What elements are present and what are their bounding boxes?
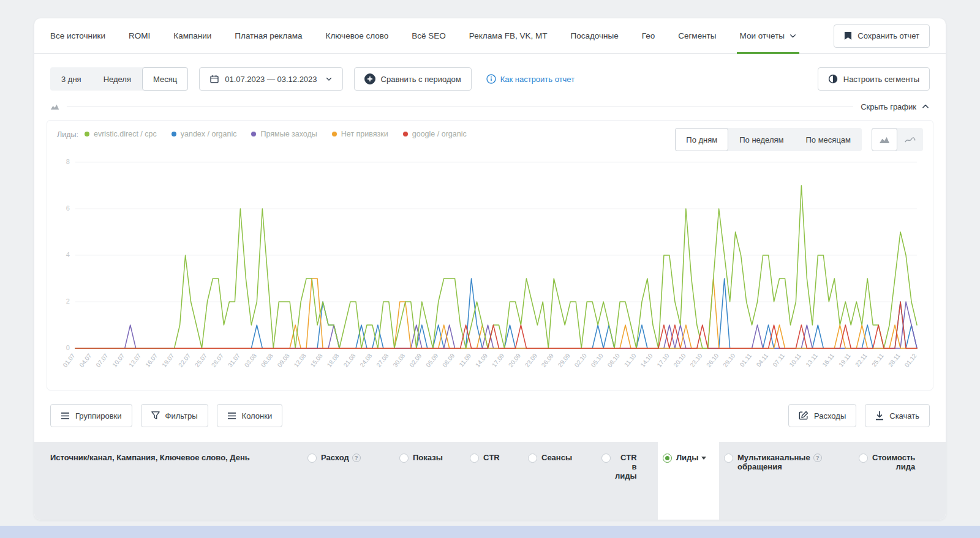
column-radio[interactable]	[663, 454, 672, 463]
groupings-label: Группировки	[75, 411, 122, 420]
leads-chart-svg: 0246801.0704.0707.0710.0713.0716.0719.07…	[57, 154, 923, 386]
area-chart-type-button[interactable]	[872, 128, 897, 151]
info-icon	[486, 74, 496, 84]
date-range-label: 01.07.2023 — 03.12.2023	[225, 75, 317, 84]
table-column-header[interactable]: Лиды	[658, 442, 719, 520]
legend-label: Нет привязки	[341, 130, 388, 138]
svg-text:10.11: 10.11	[788, 352, 802, 368]
hide-chart-link[interactable]: Скрыть график	[861, 102, 930, 111]
period-option[interactable]: Месяц	[142, 67, 188, 91]
table-column-header[interactable]: CTRвлиды	[597, 442, 658, 520]
segments-button[interactable]: Настроить сегменты	[818, 67, 930, 91]
compare-period-button[interactable]: Сравнить с периодом	[354, 67, 472, 91]
tab-label: Сегменты	[678, 31, 716, 40]
svg-text:17.09: 17.09	[491, 352, 505, 368]
table-column-header[interactable]: Мультиканальные ?обращения	[719, 442, 854, 520]
area-chart-icon	[879, 136, 890, 144]
granularity-option[interactable]: По месяцам	[794, 128, 862, 151]
info-icon: ?	[813, 454, 822, 462]
svg-text:29.10: 29.10	[722, 352, 736, 368]
table-column-header[interactable]: Расход ?	[303, 442, 394, 520]
table-column-header[interactable]: CTR	[465, 442, 523, 520]
download-icon	[875, 411, 884, 420]
chevron-down-icon	[325, 75, 333, 83]
nav-tab-3[interactable]: Платная реклама	[235, 18, 302, 53]
svg-text:26.10: 26.10	[705, 352, 720, 368]
legend-title: Лиды:	[57, 130, 78, 139]
funnel-icon	[151, 411, 160, 420]
nav-tab-10[interactable]: Мои отчеты	[739, 18, 797, 53]
svg-text:6: 6	[66, 204, 70, 212]
help-link[interactable]: Как настроить отчет	[486, 74, 575, 84]
nav-tab-8[interactable]: Гео	[642, 18, 655, 53]
nav-tab-5[interactable]: Всё SEO	[412, 18, 446, 53]
svg-text:19.11: 19.11	[837, 352, 852, 368]
groupings-button[interactable]: Группировки	[50, 404, 132, 427]
svg-text:02.10: 02.10	[573, 352, 588, 368]
expenses-button[interactable]: Расходы	[788, 404, 856, 427]
column-label: Лиды	[676, 453, 706, 462]
chevron-down-icon	[789, 32, 797, 40]
column-radio[interactable]	[528, 454, 537, 463]
compare-period-label: Сравнить с периодом	[381, 75, 461, 84]
list-icon	[61, 412, 70, 420]
column-radio[interactable]	[724, 454, 733, 463]
svg-text:01.11: 01.11	[739, 352, 753, 368]
nav-tab-7[interactable]: Посадочные	[570, 18, 618, 53]
table-column-header[interactable]: Стоимостьлида	[854, 442, 946, 520]
svg-text:4: 4	[66, 251, 70, 258]
svg-text:25.07: 25.07	[194, 352, 208, 368]
granularity-option[interactable]: По дням	[675, 128, 728, 151]
columns-button[interactable]: Колонки	[217, 404, 283, 427]
period-option[interactable]: 3 дня	[50, 67, 92, 91]
legend-dot	[332, 132, 337, 136]
svg-text:11.10: 11.10	[623, 352, 638, 368]
tab-label: Платная реклама	[235, 31, 302, 40]
svg-text:14.10: 14.10	[639, 352, 654, 368]
tab-label: Мои отчеты	[739, 31, 785, 40]
column-label: CTR	[483, 453, 500, 462]
svg-text:09.08: 09.08	[276, 352, 291, 368]
granularity-option[interactable]: По неделям	[728, 128, 794, 151]
save-report-button[interactable]: Сохранить отчет	[834, 24, 930, 48]
column-radio[interactable]	[470, 454, 479, 463]
nav-tab-1[interactable]: ROMI	[129, 18, 150, 53]
tab-label: Кампании	[173, 31, 211, 40]
svg-text:01.07: 01.07	[61, 352, 76, 368]
hide-chart-row: Скрыть график	[50, 100, 930, 113]
svg-text:02.09: 02.09	[408, 352, 423, 368]
svg-text:30.08: 30.08	[391, 352, 406, 368]
tab-label: Реклама FB, VK, MT	[469, 31, 548, 40]
filters-button[interactable]: Фильтры	[141, 404, 208, 427]
nav-tab-6[interactable]: Реклама FB, VK, MT	[469, 18, 548, 53]
chart-legend: Лиды: evristic.direct / cpcyandex / orga…	[57, 128, 467, 139]
table-column-header[interactable]: Показы	[394, 442, 465, 520]
legend-label: evristic.direct / cpc	[94, 130, 157, 138]
date-range-picker[interactable]: 01.07.2023 — 03.12.2023	[199, 67, 342, 91]
nav-tab-4[interactable]: Ключевое слово	[326, 18, 389, 53]
line-chart-type-button[interactable]	[897, 128, 923, 151]
nav-tab-9[interactable]: Сегменты	[678, 18, 716, 53]
period-option[interactable]: Неделя	[92, 67, 142, 91]
nav-tab-0[interactable]: Все источники	[50, 18, 105, 53]
legend-item[interactable]: yandex / organic	[172, 130, 237, 138]
column-radio[interactable]	[307, 454, 317, 463]
legend-item[interactable]: google / organic	[403, 130, 467, 138]
column-radio[interactable]	[859, 454, 868, 463]
svg-text:01.12: 01.12	[903, 352, 918, 368]
download-button[interactable]: Скачать	[865, 404, 930, 427]
bookmark-icon	[844, 31, 852, 40]
legend-dot	[85, 132, 89, 136]
table-column-header[interactable]: Сеансы	[523, 442, 597, 520]
legend-item[interactable]: Прямые заходы	[251, 130, 317, 138]
chart-panel: Лиды: evristic.direct / cpcyandex / orga…	[47, 120, 933, 390]
legend-item[interactable]: evristic.direct / cpc	[85, 130, 157, 138]
svg-text:14.09: 14.09	[474, 352, 489, 368]
plus-circle-icon	[364, 73, 375, 84]
nav-tab-2[interactable]: Кампании	[173, 18, 211, 53]
table-first-column-header: Источник/канал, Кампания, Ключевое слово…	[34, 442, 303, 520]
granularity-segmented: По днямПо неделямПо месяцам	[675, 128, 862, 151]
column-radio[interactable]	[399, 454, 409, 463]
column-radio[interactable]	[601, 454, 611, 463]
legend-item[interactable]: Нет привязки	[332, 130, 388, 138]
